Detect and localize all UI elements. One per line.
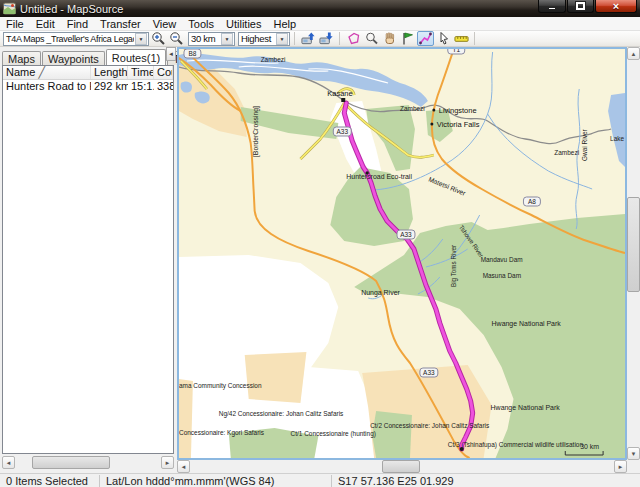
map-scale-select[interactable]: 30 km ▼: [188, 32, 235, 46]
svg-text:A33: A33: [400, 231, 412, 238]
shield-t1: T1: [448, 49, 465, 54]
measure-tool-button[interactable]: [453, 31, 470, 46]
menu-transfer[interactable]: Transfer: [94, 17, 147, 31]
route-course-cell: 338° true: [154, 80, 173, 93]
menu-file[interactable]: File: [0, 17, 30, 31]
routes-table: Name ╱ Length Time Cour... Hunters Road …: [2, 65, 174, 454]
app-icon: [3, 2, 16, 15]
livingstone-town-marker: [432, 109, 435, 112]
hunters-trail-label: Huntersroad Eco-trail: [346, 173, 412, 180]
status-selection: 0 Items Selected: [0, 475, 100, 487]
scroll-right-icon[interactable]: ►: [161, 456, 174, 469]
gwai-river-label: Gwai River: [581, 128, 588, 161]
panel-horizontal-scrollbar[interactable]: ◄ ►: [2, 455, 174, 470]
scrollbar-thumb[interactable]: [32, 456, 110, 469]
kgori-label: Concessionaire: Kgori Safaris: [179, 429, 264, 437]
scroll-up-icon[interactable]: ▲: [627, 47, 640, 60]
zoom-out-button[interactable]: [168, 31, 185, 46]
scroll-left-icon[interactable]: ◄: [2, 456, 15, 469]
detail-level-value: Highest: [239, 33, 275, 44]
big-toms-river-label: Big Toms River: [450, 245, 458, 287]
scrollbar-thumb[interactable]: [382, 460, 420, 473]
map-vertical-scrollbar[interactable]: ▲ ▼: [627, 47, 640, 460]
menu-utilities[interactable]: Utilities: [220, 17, 267, 31]
map-canvas[interactable]: B8 T1 A33 A33 A33 A8 Kasane Livingstone …: [177, 47, 627, 460]
menu-find[interactable]: Find: [61, 17, 94, 31]
kasane-label: Kasane: [327, 89, 352, 98]
victoria-falls-town-marker: [430, 123, 433, 126]
minimize-button[interactable]: [538, 0, 566, 13]
zoom-in-button[interactable]: [150, 31, 167, 46]
column-name-label: Name: [6, 66, 35, 78]
column-header-name[interactable]: Name ╱: [3, 66, 91, 79]
zambezi-east-label: Zambezi: [554, 149, 579, 156]
column-header-length[interactable]: Length: [91, 66, 128, 79]
product-select[interactable]: T4A Maps _Traveller's Africa Legacy 10.0…: [3, 32, 149, 46]
menu-tools[interactable]: Tools: [182, 17, 220, 31]
maximize-button[interactable]: [567, 0, 594, 13]
tab-waypoints[interactable]: Waypoints: [42, 51, 105, 65]
victoria-falls-label: Victoria Falls: [437, 120, 480, 129]
detail-level-select[interactable]: Highest ▼: [238, 32, 290, 46]
toolbar-separator: [339, 32, 340, 45]
pan-hand-icon: [382, 31, 397, 46]
routes-table-header: Name ╱ Length Time Cour...: [3, 66, 173, 80]
cursor-arrow-icon: [436, 31, 451, 46]
scroll-left-icon[interactable]: ◄: [177, 460, 190, 473]
map-tool-icon: [346, 31, 361, 46]
shield-a33-south: A33: [420, 368, 438, 377]
minimize-icon: [548, 7, 556, 10]
receive-from-device-button[interactable]: [318, 31, 335, 46]
column-header-course[interactable]: Cour...: [154, 66, 173, 79]
scroll-right-icon[interactable]: ►: [614, 460, 627, 473]
shield-a8: A8: [523, 197, 540, 206]
lake-label: Lake K: [610, 135, 625, 142]
chevron-down-icon: ▼: [221, 33, 233, 45]
pan-tool-button[interactable]: [381, 31, 398, 46]
map-tool-button[interactable]: [345, 31, 362, 46]
community-concession-label: ama Community Concession: [179, 382, 262, 390]
toolbar: T4A Maps _Traveller's Africa Legacy 10.0…: [0, 31, 640, 47]
zoom-tool-button[interactable]: [363, 31, 380, 46]
route-row[interactable]: Hunters Road to Road 292 km 15:1... 338°…: [3, 80, 173, 93]
border-crossing-label: [BorderCrossing]: [252, 106, 260, 157]
shield-a33-north: A33: [333, 127, 351, 136]
route-length-cell: 292 km: [91, 80, 128, 93]
scroll-down-icon[interactable]: ▼: [627, 447, 640, 460]
waypoint-flag-icon: [400, 31, 415, 46]
close-button[interactable]: ×: [595, 0, 637, 13]
tab-maps[interactable]: Maps: [2, 51, 41, 65]
main-area: Maps Waypoints Routes(1) Tracks ◄ Name ╱…: [0, 47, 640, 473]
waypoint-tool-button[interactable]: [399, 31, 416, 46]
route-tool-button[interactable]: [417, 31, 434, 46]
scale-label: 30 km: [580, 443, 599, 450]
status-position-format: Lat/Lon hddd°mm.mmm'(WGS 84): [100, 475, 332, 487]
masuna-dam-label: Masuna Dam: [483, 272, 521, 279]
hwange-np-label-2: Hwange National Park: [491, 404, 561, 412]
ruler-icon: [454, 31, 469, 46]
mandavu-dam-label: Mandavu Dam: [481, 256, 523, 263]
route-name-cell: Hunters Road to Road: [3, 80, 91, 93]
svg-text:A33: A33: [337, 128, 349, 135]
route-time-cell: 15:1...: [128, 80, 154, 93]
column-header-time[interactable]: Time: [128, 66, 154, 79]
maximize-icon: [576, 2, 585, 10]
menu-edit[interactable]: Edit: [30, 17, 61, 31]
tab-routes[interactable]: Routes(1): [106, 49, 166, 65]
chevron-down-icon: ▼: [135, 33, 147, 45]
title-bar[interactable]: Untitled - MapSource ×: [0, 0, 640, 17]
scrollbar-thumb[interactable]: [627, 197, 640, 292]
svg-text:T1: T1: [452, 49, 460, 53]
map-horizontal-scrollbar[interactable]: ◄ ►: [177, 460, 627, 473]
zoom-tool-icon: [364, 31, 379, 46]
menu-view[interactable]: View: [147, 17, 183, 31]
panel-collapse-button[interactable]: ◄: [166, 47, 176, 61]
send-to-device-icon: [301, 31, 316, 46]
sort-ascending-icon: ╱: [38, 66, 45, 78]
ct3-label: Ct/3 (Tshinafupa) Commercial wildlife ut…: [448, 441, 584, 449]
window-title: Untitled - MapSource: [20, 3, 123, 15]
selection-tool-button[interactable]: [435, 31, 452, 46]
send-to-device-button[interactable]: [300, 31, 317, 46]
menu-help[interactable]: Help: [267, 17, 302, 31]
hwange-np-label-1: Hwange National Park: [492, 320, 562, 328]
